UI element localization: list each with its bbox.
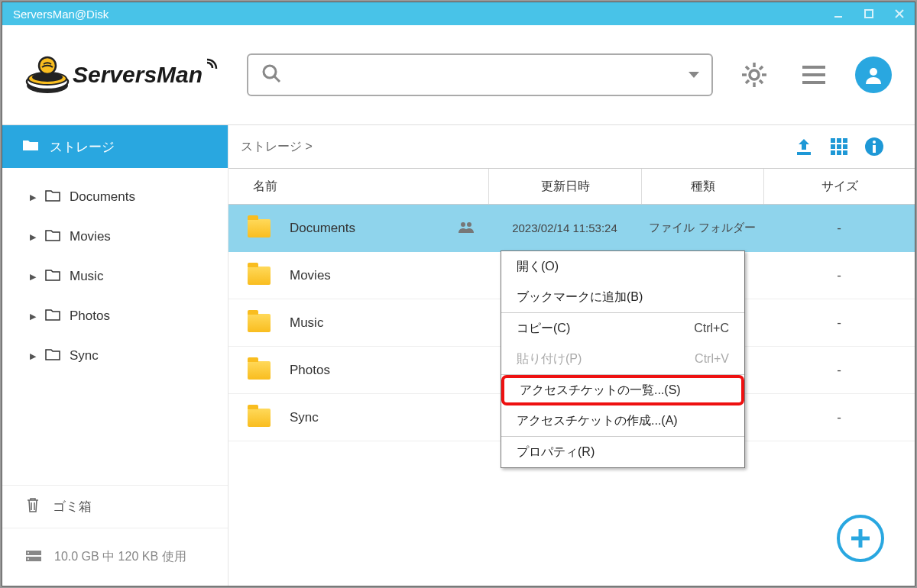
- folder-icon: [228, 409, 290, 427]
- sidebar-item-label: Photos: [70, 309, 110, 324]
- file-size: -: [763, 268, 915, 283]
- svg-point-24: [870, 68, 877, 76]
- sidebar-item-documents[interactable]: ▶Documents: [2, 177, 228, 217]
- breadcrumb[interactable]: ストレージ >: [241, 139, 786, 155]
- folder-icon: [45, 229, 60, 245]
- folder-icon: [45, 269, 60, 285]
- svg-rect-30: [831, 138, 835, 143]
- sidebar-header-label: ストレージ: [50, 138, 115, 156]
- search-dropdown-icon[interactable]: [689, 72, 699, 78]
- folder-icon: [228, 361, 290, 380]
- window-title: ServersMan@Disk: [13, 8, 823, 21]
- grid-view-button[interactable]: [821, 131, 857, 162]
- breadcrumb-row: ストレージ >: [228, 125, 915, 168]
- folder-icon: [228, 314, 290, 332]
- file-size: -: [763, 363, 915, 378]
- sidebar-storage: 10.0 GB 中 120 KB 使用: [2, 528, 228, 586]
- minimize-button[interactable]: [823, 2, 854, 25]
- shared-icon: [458, 221, 488, 236]
- context-menu: 開く(O) ブックマークに追加(B) コピー(C)Ctrl+C 貼り付け(P)C…: [501, 250, 745, 468]
- file-size: -: [763, 410, 915, 425]
- search-input[interactable]: [247, 53, 713, 96]
- svg-rect-35: [843, 144, 847, 149]
- column-header: 名前 更新日時 種類 サイズ: [228, 168, 915, 205]
- chevron-right-icon: ▶: [30, 272, 36, 282]
- chevron-right-icon: ▶: [30, 312, 36, 321]
- svg-rect-37: [837, 150, 841, 155]
- svg-line-19: [746, 80, 749, 83]
- svg-rect-38: [843, 150, 847, 155]
- sidebar-item-music[interactable]: ▶Music: [2, 257, 228, 296]
- menu-access-ticket-create[interactable]: アクセスチケットの作成...(A): [501, 405, 744, 436]
- file-date: 2023/02/14 11:53:24: [488, 221, 641, 234]
- chevron-right-icon: ▶: [30, 232, 36, 242]
- settings-button[interactable]: [736, 57, 773, 93]
- svg-line-18: [760, 80, 763, 83]
- sidebar-item-label: Music: [70, 269, 103, 284]
- content: ストレージ ▶Documents ▶Movies ▶Music ▶Photos …: [2, 124, 915, 586]
- file-name: Documents: [290, 221, 458, 236]
- sidebar-item-movies[interactable]: ▶Movies: [2, 217, 228, 257]
- file-size: -: [763, 315, 915, 331]
- add-button[interactable]: [837, 515, 884, 562]
- svg-rect-33: [831, 144, 835, 149]
- svg-point-12: [750, 70, 759, 79]
- sidebar-item-label: Documents: [70, 189, 135, 205]
- sidebar-list: ▶Documents ▶Movies ▶Music ▶Photos ▶Sync: [2, 168, 228, 385]
- column-kind[interactable]: 種類: [641, 169, 763, 204]
- column-name[interactable]: 名前: [228, 179, 488, 195]
- menu-access-ticket-list[interactable]: アクセスチケットの一覧...(S): [501, 375, 744, 405]
- menu-copy[interactable]: コピー(C)Ctrl+C: [501, 313, 744, 344]
- search-wrap: [247, 53, 713, 96]
- chevron-right-icon: ▶: [30, 192, 36, 202]
- storage-icon: [25, 550, 42, 565]
- chevron-right-icon: ▶: [30, 351, 36, 361]
- file-kind: ファイル フォルダー: [641, 221, 763, 235]
- sidebar-item-sync[interactable]: ▶Sync: [2, 336, 228, 376]
- upload-button[interactable]: [786, 131, 821, 162]
- column-date[interactable]: 更新日時: [488, 169, 641, 204]
- close-button[interactable]: [884, 2, 915, 25]
- menu-open[interactable]: 開く(O): [501, 251, 744, 282]
- sidebar-header[interactable]: ストレージ: [2, 125, 228, 168]
- folder-icon: [228, 267, 290, 285]
- file-name: Photos: [290, 363, 458, 378]
- svg-rect-29: [797, 152, 811, 155]
- svg-rect-41: [873, 145, 876, 153]
- file-name: Movies: [290, 268, 458, 283]
- svg-rect-36: [831, 150, 835, 155]
- sidebar-item-label: Movies: [70, 229, 111, 244]
- column-size[interactable]: サイズ: [763, 169, 915, 204]
- menu-paste: 貼り付け(P)Ctrl+V: [501, 344, 744, 374]
- menu-properties[interactable]: プロパティ(R): [501, 437, 744, 467]
- topbar: ServersMan: [2, 25, 915, 124]
- file-row-documents[interactable]: Documents 2023/02/14 11:53:24 ファイル フォルダー…: [228, 205, 915, 252]
- account-button[interactable]: [855, 57, 892, 93]
- titlebar-controls: [823, 2, 915, 25]
- svg-line-11: [274, 76, 280, 82]
- folder-icon: [228, 219, 290, 237]
- titlebar: ServersMan@Disk: [2, 2, 915, 25]
- sidebar-trash[interactable]: ゴミ箱: [2, 485, 228, 528]
- svg-rect-1: [865, 10, 873, 18]
- svg-line-20: [760, 66, 763, 69]
- sidebar-item-label: Sync: [70, 348, 99, 363]
- folder-icon: [45, 309, 60, 325]
- menu-bookmark[interactable]: ブックマークに追加(B): [501, 282, 744, 312]
- svg-rect-34: [837, 144, 841, 149]
- info-button[interactable]: [857, 131, 892, 162]
- maximize-button[interactable]: [854, 2, 884, 25]
- sidebar-item-photos[interactable]: ▶Photos: [2, 296, 228, 336]
- sidebar-storage-label: 10.0 GB 中 120 KB 使用: [54, 549, 186, 565]
- svg-point-43: [467, 222, 471, 227]
- folder-icon: [45, 348, 60, 364]
- svg-point-40: [873, 141, 876, 144]
- sidebar: ストレージ ▶Documents ▶Movies ▶Music ▶Photos …: [2, 125, 228, 586]
- menu-button[interactable]: [795, 57, 832, 93]
- svg-point-28: [28, 558, 29, 560]
- file-name: Music: [290, 315, 458, 331]
- trash-icon: [25, 496, 41, 517]
- svg-point-10: [264, 66, 276, 78]
- svg-point-27: [28, 552, 29, 554]
- svg-rect-32: [843, 138, 847, 143]
